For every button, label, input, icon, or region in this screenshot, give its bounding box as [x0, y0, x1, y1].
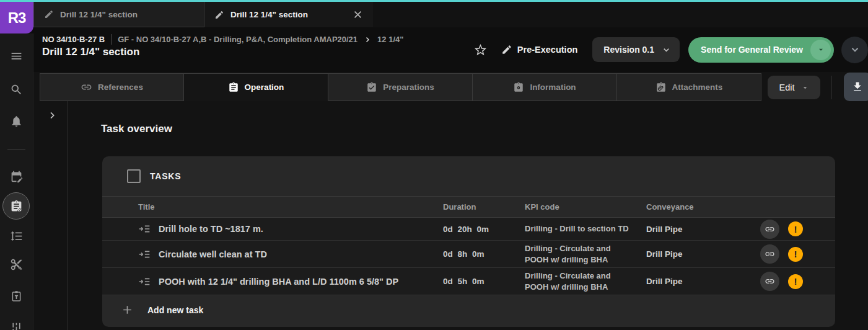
open-task-icon[interactable] — [138, 223, 159, 235]
tune-icon — [10, 321, 23, 330]
plus-icon — [121, 304, 133, 316]
row-actions: ! — [760, 244, 835, 264]
table-row[interactable]: Circulate well clean at TD 0d 8h 0m Dril… — [102, 241, 835, 268]
text-clipboard-icon — [10, 290, 23, 303]
tab-preparations[interactable]: Preparations — [328, 73, 473, 101]
tasks-group-header: TASKS — [102, 156, 835, 196]
task-duration: 0d 20h 0m — [443, 225, 525, 234]
left-sidebar — [0, 33, 33, 330]
tab-information[interactable]: Information — [473, 73, 617, 101]
table-row[interactable]: POOH with 12 1/4" drilling BHA and L/D 1… — [102, 268, 835, 295]
task-kpi-code: Drilling - Drill to section TD — [525, 223, 646, 234]
document-tab-1[interactable]: Drill 12 1/4" section — [33, 2, 204, 27]
edit-calendar-icon — [10, 170, 23, 183]
tab-operation[interactable]: Operation — [184, 73, 328, 101]
tab-label: Operation — [245, 82, 284, 92]
open-task-icon[interactable] — [138, 248, 159, 261]
task-title[interactable]: POOH with 12 1/4" drilling BHA and L/D 1… — [159, 277, 443, 287]
page-title: Drill 12 1/4" section — [42, 46, 139, 58]
link-icon — [765, 224, 775, 234]
tab-label: References — [98, 82, 143, 92]
download-icon — [851, 81, 864, 93]
clipboard-check-icon — [366, 82, 377, 93]
send-button-label: Send for General Review — [701, 45, 803, 55]
document-tab-strip: Drill 12 1/4" section Drill 12 1/4" sect… — [33, 2, 868, 27]
chevron-right-icon — [47, 110, 57, 120]
sequence-button[interactable] — [0, 230, 33, 243]
link-reference-button[interactable] — [760, 272, 779, 291]
notifications-bell-icon — [10, 115, 23, 128]
tasks-card: TASKS Title Duration KPI code Conveyance… — [102, 156, 835, 327]
breadcrumb-section[interactable]: 12 1/4" — [377, 35, 403, 44]
search-button[interactable] — [0, 83, 33, 96]
operations-button-active[interactable] — [2, 192, 30, 220]
open-task-icon[interactable] — [138, 275, 159, 288]
planner-button[interactable] — [0, 170, 33, 183]
tab-label: Information — [530, 82, 576, 92]
tab-references[interactable]: References — [40, 73, 184, 101]
task-title[interactable]: Circulate well clean at TD — [159, 249, 443, 259]
cut-settings-button[interactable] — [0, 258, 33, 271]
menu-button[interactable] — [0, 50, 33, 63]
row-actions: ! — [760, 272, 835, 291]
search-icon — [10, 83, 23, 96]
divider — [7, 149, 25, 149]
tune-button[interactable] — [0, 321, 33, 330]
page-header: NO 34/10-B-27 B GF - NO 34/10-B-27 A,B -… — [0, 27, 868, 72]
task-conveyance: Drill Pipe — [646, 225, 760, 234]
send-options-caret[interactable] — [810, 40, 831, 60]
phase-label: Pre-Execution — [517, 45, 578, 55]
divider — [831, 76, 831, 99]
collapse-header-button[interactable] — [841, 37, 868, 63]
task-conveyance: Drill Pipe — [646, 277, 760, 286]
chevron-right-icon — [364, 36, 371, 43]
cut-settings-icon — [10, 258, 23, 271]
warning-icon[interactable]: ! — [788, 247, 803, 262]
warning-icon[interactable]: ! — [788, 274, 803, 289]
warning-icon[interactable]: ! — [788, 221, 803, 236]
line-spacing-icon — [10, 230, 23, 243]
dropdown-arrow-icon — [801, 84, 809, 92]
breadcrumb: NO 34/10-B-27 B GF - NO 34/10-B-27 A,B -… — [42, 34, 403, 45]
column-duration: Duration — [443, 202, 525, 212]
chevron-down-icon — [849, 44, 861, 55]
edit-label: Edit — [779, 82, 795, 92]
clipboard-list-icon — [228, 82, 239, 93]
select-all-checkbox[interactable] — [127, 169, 141, 183]
edit-mode-dropdown[interactable]: Edit — [768, 76, 820, 99]
table-row[interactable]: Drill hole to TD ~1817 m. 0d 20h 0m Dril… — [102, 218, 835, 241]
tab-label: Preparations — [383, 82, 434, 92]
download-button[interactable] — [844, 73, 868, 101]
section-heading: Task overview — [101, 123, 172, 135]
operation-clipboard-edit-icon — [10, 200, 23, 213]
star-favorite-icon[interactable] — [473, 43, 488, 57]
link-reference-button[interactable] — [760, 220, 779, 239]
app-logo[interactable]: R3 — [0, 2, 33, 33]
column-title: Title — [138, 202, 443, 212]
section-tab-bar: References Operation Preparations Inform… — [40, 73, 761, 101]
notifications-button[interactable] — [0, 115, 33, 128]
revision-dropdown[interactable]: Revision 0.1 — [592, 37, 680, 62]
tab-label: Attachments — [672, 82, 723, 92]
document-tab-label: Drill 12 1/4" section — [60, 10, 138, 19]
text-template-button[interactable] — [0, 290, 33, 303]
revision-label: Revision 0.1 — [603, 45, 654, 55]
task-duration: 0d 8h 0m — [443, 249, 525, 259]
task-title[interactable]: Drill hole to TD ~1817 m. — [159, 224, 443, 234]
dropdown-arrow-icon — [817, 45, 825, 54]
tab-attachments[interactable]: Attachments — [617, 73, 761, 101]
add-new-task-button[interactable]: Add new task — [102, 295, 835, 324]
document-tab-2-active[interactable]: Drill 12 1/4" section — [204, 2, 373, 27]
accent-top-bar — [0, 0, 868, 2]
close-icon[interactable] — [353, 9, 363, 20]
panel-divider — [67, 101, 68, 330]
link-icon — [81, 81, 92, 93]
task-kpi-code: Drilling - Circulate and POOH w/ drillin… — [525, 270, 646, 292]
link-reference-button[interactable] — [760, 244, 779, 264]
send-for-review-button[interactable]: Send for General Review — [688, 37, 834, 63]
well-name: NO 34/10-B-27 B — [42, 35, 105, 44]
task-kpi-code: Drilling - Circulate and POOH w/ drillin… — [525, 243, 646, 265]
expand-panel-button[interactable] — [45, 108, 59, 123]
task-conveyance: Drill Pipe — [646, 249, 760, 259]
breadcrumb-document[interactable]: GF - NO 34/10-B-27 A,B - Drilling, P&A, … — [118, 35, 357, 44]
